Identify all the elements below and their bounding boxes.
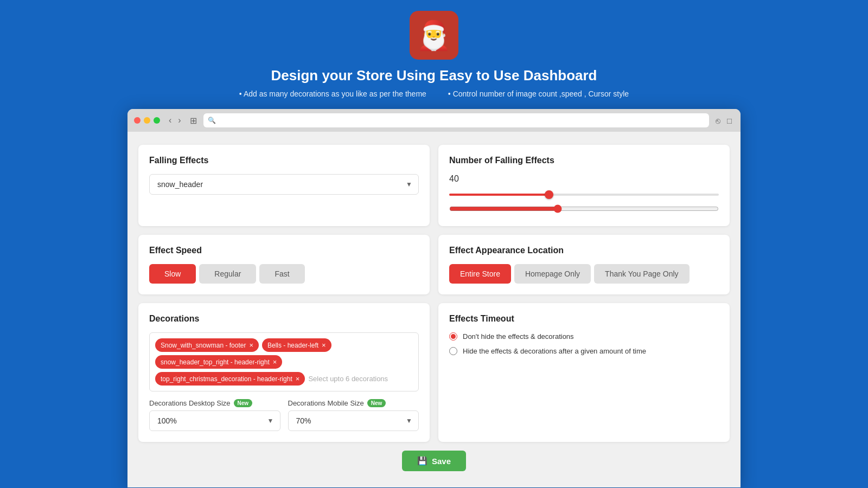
subtitle-2: Control number of image count ,speed , C… bbox=[448, 89, 629, 98]
header-subtitle: Add as many decorations as you like as p… bbox=[239, 89, 629, 98]
slider-thumb bbox=[545, 190, 553, 199]
desktop-new-badge: New bbox=[234, 399, 253, 407]
location-homepage-button[interactable]: Homepage Only bbox=[514, 264, 591, 284]
effect-location-card: Effect Appearance Location Entire Store … bbox=[438, 235, 730, 294]
radio-dont-hide-input[interactable] bbox=[449, 332, 457, 341]
effect-speed-title: Effect Speed bbox=[149, 246, 419, 255]
mobile-size-group: Decorations Mobile Size New 70% 50% 100%… bbox=[288, 399, 419, 431]
effect-speed-card: Effect Speed Slow Regular Fast bbox=[138, 235, 430, 294]
radio-group: Don't hide the effects & decorations Hid… bbox=[449, 332, 719, 355]
mobile-size-select[interactable]: 70% 50% 100% 125% bbox=[288, 410, 419, 431]
mobile-size-label-text: Decorations Mobile Size bbox=[288, 399, 364, 407]
tag-0: Snow_with_snowman - footer × bbox=[155, 338, 259, 352]
speed-slow-button[interactable]: Slow bbox=[149, 264, 196, 284]
effect-location-title: Effect Appearance Location bbox=[449, 246, 719, 255]
effects-timeout-title: Effects Timeout bbox=[449, 314, 719, 324]
forward-button[interactable]: › bbox=[176, 114, 183, 126]
radio-dont-hide[interactable]: Don't hide the effects & decorations bbox=[449, 332, 719, 341]
mobile-size-select-wrapper: 70% 50% 100% 125% ▼ bbox=[288, 410, 419, 431]
traffic-light-red[interactable] bbox=[134, 117, 141, 124]
slider-fill bbox=[449, 194, 549, 196]
back-button[interactable]: ‹ bbox=[167, 114, 174, 126]
desktop-size-label-text: Decorations Desktop Size bbox=[149, 399, 231, 407]
slider-container bbox=[449, 189, 719, 200]
tag-1-remove[interactable]: × bbox=[322, 341, 326, 349]
falling-effects-select-wrapper: snow_header snow_full leaves confetti ▼ bbox=[149, 174, 419, 195]
app-icon: 🎅 bbox=[410, 11, 458, 60]
desktop-size-label: Decorations Desktop Size New bbox=[149, 399, 280, 407]
speed-buttons: Slow Regular Fast bbox=[149, 264, 419, 284]
slider-value: 40 bbox=[449, 174, 719, 184]
tag-3-remove[interactable]: × bbox=[296, 375, 300, 383]
tags-placeholder: Select upto 6 decorations bbox=[308, 375, 388, 383]
slider-track bbox=[449, 194, 719, 196]
location-thankyou-button[interactable]: Thank You Page Only bbox=[594, 264, 689, 284]
falling-effects-select[interactable]: snow_header snow_full leaves confetti bbox=[149, 174, 419, 195]
tag-2-label: snow_header_top_right - header-right bbox=[161, 358, 270, 366]
share-button[interactable]: ⎋ bbox=[713, 115, 723, 126]
radio-hide-after-label: Hide the effects & decorations after a g… bbox=[463, 347, 646, 355]
falling-effects-title: Falling Effects bbox=[149, 156, 419, 165]
tags-container[interactable]: Snow_with_snowman - footer × Bells - hea… bbox=[149, 332, 419, 391]
number-effects-card: Number of Falling Effects 40 bbox=[438, 145, 730, 226]
save-button[interactable]: 💾 Save bbox=[402, 451, 466, 471]
desktop-size-group: Decorations Desktop Size New 100% 75% 50… bbox=[149, 399, 280, 431]
address-bar: 🔍 bbox=[203, 113, 709, 127]
decorations-card: Decorations Snow_with_snowman - footer ×… bbox=[138, 303, 430, 442]
decorations-size-row: Decorations Desktop Size New 100% 75% 50… bbox=[149, 399, 419, 431]
tag-1: Bells - header-left × bbox=[262, 338, 331, 352]
effects-timeout-card: Effects Timeout Don't hide the effects &… bbox=[438, 303, 730, 442]
tag-2-remove[interactable]: × bbox=[273, 358, 277, 366]
desktop-size-select[interactable]: 100% 75% 50% 125% 150% bbox=[149, 410, 280, 431]
layout-button[interactable]: ⊞ bbox=[188, 114, 199, 127]
falling-effects-card: Falling Effects snow_header snow_full le… bbox=[138, 145, 430, 226]
tag-0-label: Snow_with_snowman - footer bbox=[161, 342, 246, 349]
browser-toolbar: ‹ › ⊞ 🔍 ⎋ □ bbox=[127, 109, 741, 132]
browser-content: Falling Effects snow_header snow_full le… bbox=[127, 132, 741, 487]
tag-3: top_right_christmas_decoration - header-… bbox=[155, 372, 305, 386]
mobile-size-label: Decorations Mobile Size New bbox=[288, 399, 419, 407]
tag-3-label: top_right_christmas_decoration - header-… bbox=[161, 375, 292, 383]
save-button-label: Save bbox=[432, 457, 451, 466]
nav-buttons: ‹ › bbox=[167, 114, 183, 126]
search-icon: 🔍 bbox=[208, 117, 216, 124]
main-grid: Falling Effects snow_header snow_full le… bbox=[138, 145, 730, 442]
location-buttons: Entire Store Homepage Only Thank You Pag… bbox=[449, 264, 719, 284]
tag-0-remove[interactable]: × bbox=[249, 341, 253, 349]
subtitle-1: Add as many decorations as you like as p… bbox=[239, 89, 426, 98]
speed-regular-button[interactable]: Regular bbox=[199, 264, 256, 284]
header-title: Design your Store Using Easy to Use Dash… bbox=[271, 67, 597, 84]
radio-dont-hide-label: Don't hide the effects & decorations bbox=[463, 332, 574, 341]
app-icon-emoji: 🎅 bbox=[416, 19, 451, 52]
location-entire-store-button[interactable]: Entire Store bbox=[449, 264, 511, 284]
save-icon: 💾 bbox=[417, 456, 427, 466]
radio-hide-after[interactable]: Hide the effects & decorations after a g… bbox=[449, 347, 719, 355]
save-section: 💾 Save bbox=[138, 451, 730, 471]
radio-hide-after-input[interactable] bbox=[449, 347, 457, 355]
header: 🎅 Design your Store Using Easy to Use Da… bbox=[239, 11, 629, 98]
tag-1-label: Bells - header-left bbox=[267, 342, 318, 349]
browser-actions: ⎋ □ bbox=[713, 115, 734, 126]
falling-effects-slider[interactable] bbox=[449, 204, 719, 213]
desktop-size-select-wrapper: 100% 75% 50% 125% 150% ▼ bbox=[149, 410, 280, 431]
decorations-title: Decorations bbox=[149, 314, 419, 324]
mobile-new-badge: New bbox=[367, 399, 386, 407]
traffic-lights bbox=[134, 117, 160, 124]
speed-fast-button[interactable]: Fast bbox=[259, 264, 304, 284]
browser-window: ‹ › ⊞ 🔍 ⎋ □ Falling Effects snow_header … bbox=[127, 109, 741, 487]
fullscreen-button[interactable]: □ bbox=[725, 115, 734, 126]
tag-2: snow_header_top_right - header-right × bbox=[155, 355, 282, 369]
number-effects-title: Number of Falling Effects bbox=[449, 156, 719, 165]
traffic-light-green[interactable] bbox=[154, 117, 160, 124]
traffic-light-yellow[interactable] bbox=[144, 117, 150, 124]
